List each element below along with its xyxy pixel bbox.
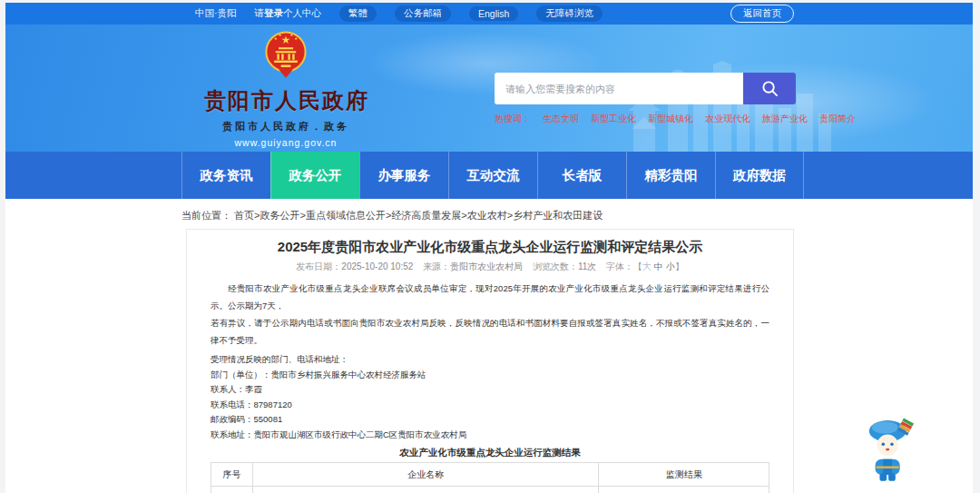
- nav-item-jingcai-guiyang[interactable]: 精彩贵阳: [626, 152, 715, 199]
- font-size-large-button[interactable]: 大: [642, 261, 652, 271]
- site-subtitle: 贵阳市人民政府．政务: [204, 120, 368, 133]
- nav-item-hudong-jiaoliu[interactable]: 互动交流: [448, 152, 537, 199]
- traditional-chinese-link[interactable]: 繁體: [339, 5, 377, 22]
- views-label: 浏览次数：: [533, 261, 578, 271]
- bracket: 】: [675, 261, 684, 271]
- accessibility-link[interactable]: 无障碍浏览: [536, 5, 603, 22]
- login-link[interactable]: 请登录个人中心: [255, 7, 322, 20]
- contact-line: 部门（单位）：贵阳市乡村振兴服务中心农村经济服务站: [211, 368, 769, 383]
- contact-line: 联系地址：贵阳市观山湖区市级行政中心二期C区贵阳市农业农村局: [211, 428, 769, 443]
- font-size-small-button[interactable]: 小: [666, 261, 675, 271]
- site-url: www.guiyang.gov.cn: [204, 137, 368, 148]
- login-bold: 登录: [264, 7, 283, 18]
- article-meta: 发布日期：2025-10-20 10:52 来源：贵阳市农业农村局 浏览次数：1…: [211, 261, 769, 272]
- site-logo[interactable]: 贵阳市人民政府 贵阳市人民政府．政务 www.guiyang.gov.cn: [204, 30, 368, 148]
- hot-word-link[interactable]: 旅游产业化: [762, 113, 808, 125]
- col-header-company: 企业名称: [253, 463, 599, 487]
- publish-date: 2025-10-20 10:52: [341, 261, 413, 271]
- contact-line: 邮政编码：550081: [211, 412, 769, 428]
- col-header-seq: 序号: [211, 463, 253, 487]
- views-value: 11次: [578, 261, 596, 271]
- login-prefix: 请: [255, 7, 265, 18]
- contact-info: 受理情况反映的部门、电话和地址： 部门（单位）：贵阳市乡村振兴服务中心农村经济服…: [211, 352, 769, 442]
- article-paragraph: 经贵阳市农业产业化市级重点龙头企业联席会议成员单位审定，现对2025年开展的农业…: [211, 280, 769, 349]
- search-button[interactable]: [743, 73, 796, 104]
- return-home-button[interactable]: 返回首页: [730, 5, 794, 23]
- contact-line: 受理情况反映的部门、电话和地址：: [211, 352, 769, 368]
- article-box: 2025年度贵阳市农业产业化市级重点龙头企业运行监测和评定结果公示 发布日期：2…: [186, 229, 794, 493]
- col-header-result: 监测结果: [599, 463, 769, 487]
- nav-item-zhengfu-shuju[interactable]: 政府数据: [715, 152, 804, 199]
- hot-word-link[interactable]: 农业现代化: [705, 113, 750, 125]
- table-caption: 农业产业化市级重点龙头企业运行监测结果: [211, 446, 769, 458]
- nav-item-banshi-fuwu[interactable]: 办事服务: [359, 152, 448, 199]
- hot-word-link[interactable]: 生态文明: [543, 113, 579, 125]
- contact-line: 联系电话：87987120: [211, 398, 769, 413]
- breadcrumb: 当前位置： 首页>政务公开>重点领域信息公开>经济高质量发展>农业农村>乡村产业…: [5, 199, 973, 222]
- mascot-assistant-icon[interactable]: [864, 415, 918, 486]
- official-mail-link[interactable]: 公务邮箱: [395, 5, 451, 22]
- cell-company: 贵州合力超市采购有限公司: [253, 487, 599, 493]
- nav-item-zhengwu-gongkai[interactable]: 政务公开: [270, 152, 359, 199]
- breadcrumb-label: 当前位置：: [181, 210, 231, 221]
- english-link[interactable]: English: [469, 6, 518, 21]
- monitoring-result-table: 序号 企业名称 监测结果 1 贵州合力超市采购有限公司 合格 2 贵州友禾种业有…: [211, 462, 769, 493]
- breadcrumb-path[interactable]: 首页>政务公开>重点领域信息公开>经济高质量发展>农业农村>乡村产业和农田建设: [234, 210, 603, 221]
- search-icon: [761, 80, 779, 97]
- hot-word-link[interactable]: 新型工业化: [591, 113, 636, 125]
- header-banner: 贵阳市人民政府 贵阳市人民政府．政务 www.guiyang.gov.cn 热搜…: [5, 25, 973, 152]
- hot-word-link[interactable]: 贵阳简介: [819, 113, 856, 125]
- search-area: 热搜词： 生态文明 新型工业化 新型城镇化 农业现代化 旅游产业化 贵阳简介: [495, 73, 796, 125]
- nav-item-zhengwu-zixun[interactable]: 政务资讯: [181, 152, 270, 199]
- cell-seq: 1: [211, 487, 253, 493]
- hot-word-link[interactable]: 新型城镇化: [648, 113, 693, 125]
- site-container: 中国·贵阳 请登录个人中心 繁體 公务邮箱 English 无障碍浏览 返回首页: [5, 3, 973, 493]
- article-title: 2025年度贵阳市农业产业化市级重点龙头企业运行监测和评定结果公示: [211, 239, 769, 255]
- table-row: 1 贵州合力超市采购有限公司 合格: [211, 487, 769, 493]
- paragraph-line: 经贵阳市农业产业化市级重点龙头企业联席会议成员单位审定，现对2025年开展的农业…: [211, 280, 769, 314]
- main-nav: 政务资讯 政务公开 办事服务 互动交流 长者版 精彩贵阳 政府数据: [5, 152, 973, 199]
- contact-line: 联系人：李霞: [211, 382, 769, 398]
- font-size-label: 字体：: [606, 261, 633, 271]
- source-label: 来源：: [423, 261, 450, 271]
- font-size-medium-button[interactable]: 中: [654, 261, 663, 271]
- region-link[interactable]: 中国·贵阳: [195, 7, 237, 20]
- login-suffix: 个人中心: [283, 7, 321, 18]
- paragraph-line: 若有异议，请于公示期内电话或书面向贵阳市农业农村局反映，反映情况的电话和书面材料…: [211, 314, 769, 349]
- table-header-row: 序号 企业名称 监测结果: [211, 463, 769, 487]
- publish-date-label: 发布日期：: [296, 261, 341, 271]
- cell-result: 合格: [599, 487, 769, 493]
- nav-item-zhangzheban[interactable]: 长者版: [537, 152, 626, 199]
- top-utility-bar: 中国·贵阳 请登录个人中心 繁體 公务邮箱 English 无障碍浏览 返回首页: [5, 3, 973, 25]
- search-input[interactable]: [495, 73, 743, 104]
- site-title: 贵阳市人民政府: [204, 86, 368, 115]
- source-value: 贵阳市农业农村局: [450, 261, 523, 271]
- hot-search-words: 热搜词： 生态文明 新型工业化 新型城镇化 农业现代化 旅游产业化 贵阳简介: [495, 113, 796, 125]
- hot-search-label: 热搜词：: [495, 113, 531, 125]
- national-emblem-icon: [262, 30, 309, 81]
- bracket: 【: [633, 261, 642, 271]
- content-area: 当前位置： 首页>政务公开>重点领域信息公开>经济高质量发展>农业农村>乡村产业…: [5, 199, 973, 493]
